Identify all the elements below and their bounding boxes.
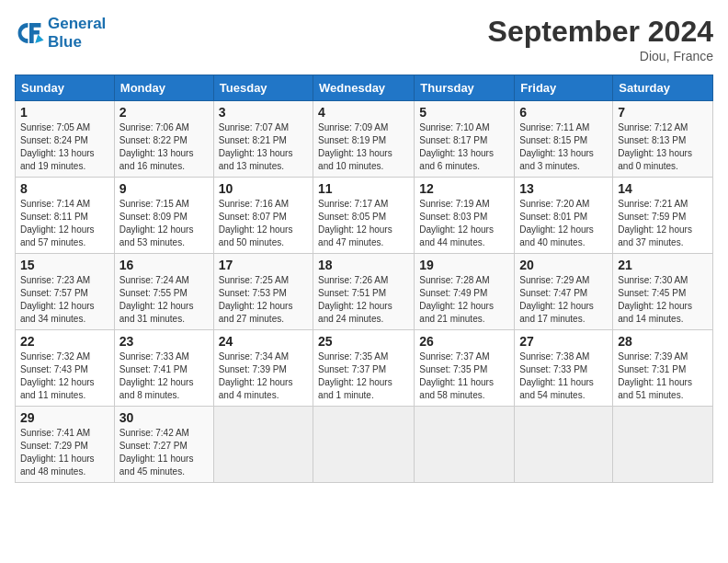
day-number: 3 <box>219 105 308 120</box>
day-info: Sunrise: 7:17 AM Sunset: 8:05 PM Dayligh… <box>318 198 409 249</box>
day-info: Sunrise: 7:16 AM Sunset: 8:07 PM Dayligh… <box>219 198 308 249</box>
month-title: September 2024 <box>488 15 713 49</box>
day-number: 23 <box>119 334 209 349</box>
day-info: Sunrise: 7:09 AM Sunset: 8:19 PM Dayligh… <box>318 121 409 173</box>
logo-icon <box>15 20 44 46</box>
day-number: 28 <box>618 334 708 349</box>
day-number: 17 <box>219 258 308 272</box>
calendar-cell: 28 Sunrise: 7:39 AM Sunset: 7:31 PM Dayl… <box>613 330 713 407</box>
week-row-5: 29 Sunrise: 7:41 AM Sunset: 7:29 PM Dayl… <box>16 407 713 483</box>
calendar-cell: 13 Sunrise: 7:20 AM Sunset: 8:01 PM Dayl… <box>515 178 613 254</box>
calendar-cell: 25 Sunrise: 7:35 AM Sunset: 7:37 PM Dayl… <box>313 330 415 407</box>
day-number: 2 <box>119 105 209 120</box>
day-info: Sunrise: 7:34 AM Sunset: 7:39 PM Dayligh… <box>219 350 308 402</box>
week-row-2: 8 Sunrise: 7:14 AM Sunset: 8:11 PM Dayli… <box>16 178 713 254</box>
calendar-cell: 8 Sunrise: 7:14 AM Sunset: 8:11 PM Dayli… <box>16 178 115 254</box>
calendar-table: SundayMondayTuesdayWednesdayThursdayFrid… <box>15 75 713 483</box>
day-info: Sunrise: 7:28 AM Sunset: 7:49 PM Dayligh… <box>419 274 509 326</box>
calendar-cell: 21 Sunrise: 7:30 AM Sunset: 7:45 PM Dayl… <box>613 254 713 330</box>
day-info: Sunrise: 7:11 AM Sunset: 8:15 PM Dayligh… <box>519 121 608 173</box>
day-number: 18 <box>318 258 409 272</box>
day-info: Sunrise: 7:35 AM Sunset: 7:37 PM Dayligh… <box>318 350 409 402</box>
col-header-tuesday: Tuesday <box>213 75 313 101</box>
day-info: Sunrise: 7:19 AM Sunset: 8:03 PM Dayligh… <box>419 198 509 249</box>
day-number: 5 <box>419 105 509 120</box>
day-info: Sunrise: 7:23 AM Sunset: 7:57 PM Dayligh… <box>20 274 109 326</box>
day-info: Sunrise: 7:25 AM Sunset: 7:53 PM Dayligh… <box>219 274 308 326</box>
calendar-cell: 23 Sunrise: 7:33 AM Sunset: 7:41 PM Dayl… <box>114 330 213 407</box>
day-number: 19 <box>419 258 509 272</box>
calendar-cell: 29 Sunrise: 7:41 AM Sunset: 7:29 PM Dayl… <box>16 407 115 483</box>
calendar-cell: 20 Sunrise: 7:29 AM Sunset: 7:47 PM Dayl… <box>515 254 613 330</box>
calendar-cell: 6 Sunrise: 7:11 AM Sunset: 8:15 PM Dayli… <box>515 101 613 178</box>
day-info: Sunrise: 7:20 AM Sunset: 8:01 PM Dayligh… <box>519 198 608 249</box>
calendar-cell: 11 Sunrise: 7:17 AM Sunset: 8:05 PM Dayl… <box>313 178 415 254</box>
calendar-cell: 14 Sunrise: 7:21 AM Sunset: 7:59 PM Dayl… <box>613 178 713 254</box>
day-number: 9 <box>119 181 209 196</box>
calendar-cell: 12 Sunrise: 7:19 AM Sunset: 8:03 PM Dayl… <box>415 178 515 254</box>
day-number: 21 <box>618 258 708 272</box>
calendar-cell: 24 Sunrise: 7:34 AM Sunset: 7:39 PM Dayl… <box>213 330 313 407</box>
logo: General Blue <box>15 15 106 52</box>
col-header-friday: Friday <box>515 75 613 101</box>
calendar-cell <box>515 407 613 483</box>
day-info: Sunrise: 7:07 AM Sunset: 8:21 PM Dayligh… <box>219 121 308 173</box>
calendar-cell: 19 Sunrise: 7:28 AM Sunset: 7:49 PM Dayl… <box>415 254 515 330</box>
calendar-cell <box>415 407 515 483</box>
day-number: 29 <box>20 410 109 425</box>
day-info: Sunrise: 7:42 AM Sunset: 7:27 PM Dayligh… <box>119 427 209 478</box>
day-number: 22 <box>20 334 109 349</box>
day-info: Sunrise: 7:41 AM Sunset: 7:29 PM Dayligh… <box>20 427 109 478</box>
calendar-cell: 7 Sunrise: 7:12 AM Sunset: 8:13 PM Dayli… <box>613 101 713 178</box>
calendar-cell <box>313 407 415 483</box>
title-block: September 2024 Diou, France <box>488 15 713 63</box>
calendar-cell: 4 Sunrise: 7:09 AM Sunset: 8:19 PM Dayli… <box>313 101 415 178</box>
calendar-cell: 15 Sunrise: 7:23 AM Sunset: 7:57 PM Dayl… <box>16 254 115 330</box>
calendar-cell: 26 Sunrise: 7:37 AM Sunset: 7:35 PM Dayl… <box>415 330 515 407</box>
calendar-cell: 1 Sunrise: 7:05 AM Sunset: 8:24 PM Dayli… <box>16 101 115 178</box>
day-info: Sunrise: 7:32 AM Sunset: 7:43 PM Dayligh… <box>20 350 109 402</box>
calendar-cell: 5 Sunrise: 7:10 AM Sunset: 8:17 PM Dayli… <box>415 101 515 178</box>
day-info: Sunrise: 7:21 AM Sunset: 7:59 PM Dayligh… <box>618 198 708 249</box>
week-row-3: 15 Sunrise: 7:23 AM Sunset: 7:57 PM Dayl… <box>16 254 713 330</box>
day-info: Sunrise: 7:05 AM Sunset: 8:24 PM Dayligh… <box>20 121 109 173</box>
day-number: 8 <box>20 181 109 196</box>
col-header-saturday: Saturday <box>613 75 713 101</box>
location: Diou, France <box>488 49 713 63</box>
day-info: Sunrise: 7:29 AM Sunset: 7:47 PM Dayligh… <box>519 274 608 326</box>
day-number: 1 <box>20 105 109 120</box>
week-row-1: 1 Sunrise: 7:05 AM Sunset: 8:24 PM Dayli… <box>16 101 713 178</box>
day-number: 27 <box>519 334 608 349</box>
header-row: SundayMondayTuesdayWednesdayThursdayFrid… <box>16 75 713 101</box>
col-header-sunday: Sunday <box>16 75 115 101</box>
day-number: 6 <box>519 105 608 120</box>
calendar-cell: 17 Sunrise: 7:25 AM Sunset: 7:53 PM Dayl… <box>213 254 313 330</box>
calendar-cell: 16 Sunrise: 7:24 AM Sunset: 7:55 PM Dayl… <box>114 254 213 330</box>
day-number: 16 <box>119 258 209 272</box>
col-header-wednesday: Wednesday <box>313 75 415 101</box>
calendar-cell: 9 Sunrise: 7:15 AM Sunset: 8:09 PM Dayli… <box>114 178 213 254</box>
day-info: Sunrise: 7:37 AM Sunset: 7:35 PM Dayligh… <box>419 350 509 402</box>
day-info: Sunrise: 7:15 AM Sunset: 8:09 PM Dayligh… <box>119 198 209 249</box>
calendar-cell: 10 Sunrise: 7:16 AM Sunset: 8:07 PM Dayl… <box>213 178 313 254</box>
day-info: Sunrise: 7:14 AM Sunset: 8:11 PM Dayligh… <box>20 198 109 249</box>
day-number: 4 <box>318 105 409 120</box>
week-row-4: 22 Sunrise: 7:32 AM Sunset: 7:43 PM Dayl… <box>16 330 713 407</box>
day-info: Sunrise: 7:39 AM Sunset: 7:31 PM Dayligh… <box>618 350 708 402</box>
calendar-cell: 3 Sunrise: 7:07 AM Sunset: 8:21 PM Dayli… <box>213 101 313 178</box>
day-info: Sunrise: 7:26 AM Sunset: 7:51 PM Dayligh… <box>318 274 409 326</box>
calendar-cell: 2 Sunrise: 7:06 AM Sunset: 8:22 PM Dayli… <box>114 101 213 178</box>
day-number: 13 <box>519 181 608 196</box>
day-number: 26 <box>419 334 509 349</box>
logo-text: General Blue <box>48 15 106 52</box>
calendar-cell <box>213 407 313 483</box>
day-info: Sunrise: 7:10 AM Sunset: 8:17 PM Dayligh… <box>419 121 509 173</box>
day-number: 12 <box>419 181 509 196</box>
calendar-cell: 30 Sunrise: 7:42 AM Sunset: 7:27 PM Dayl… <box>114 407 213 483</box>
calendar-cell: 27 Sunrise: 7:38 AM Sunset: 7:33 PM Dayl… <box>515 330 613 407</box>
day-info: Sunrise: 7:06 AM Sunset: 8:22 PM Dayligh… <box>119 121 209 173</box>
day-number: 14 <box>618 181 708 196</box>
day-number: 25 <box>318 334 409 349</box>
day-number: 10 <box>219 181 308 196</box>
day-info: Sunrise: 7:12 AM Sunset: 8:13 PM Dayligh… <box>618 121 708 173</box>
